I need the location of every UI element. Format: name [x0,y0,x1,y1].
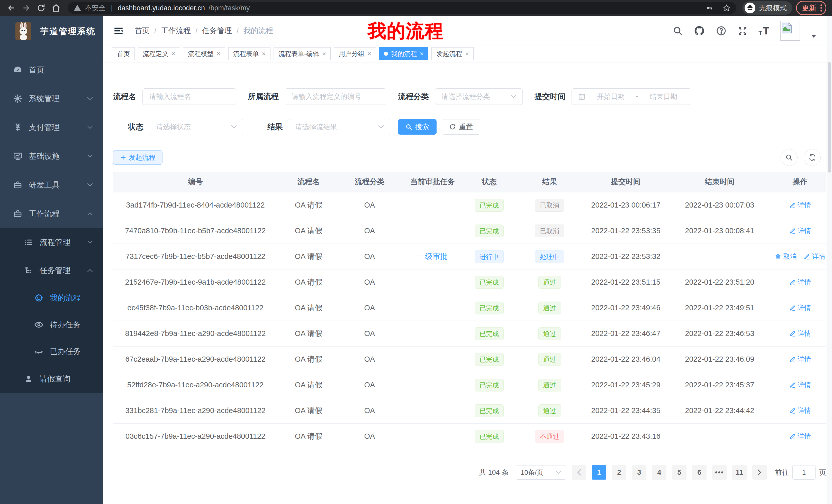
sidebar-item-6[interactable]: 流程管理 [0,228,103,256]
cell-result: 已取消 [513,199,586,212]
sidebar-item-8[interactable]: 我的流程 [0,285,103,311]
cell-end-time: 2022-01-22 23:46:09 [666,355,774,363]
result-select[interactable]: 请选择流结果 [289,119,390,135]
tab-2[interactable]: 流程模型× [183,47,225,60]
next-page-button[interactable] [752,465,767,480]
page-button-1[interactable]: 1 [592,465,606,480]
detail-link[interactable]: 详情 [789,278,811,287]
close-icon[interactable]: × [217,50,220,57]
sidebar-item-11[interactable]: 请假查询 [0,365,103,393]
tab-label: 首页 [117,50,130,58]
page-button-11[interactable]: 11 [732,465,747,480]
home-icon[interactable] [50,2,62,13]
cancel-link[interactable]: 取消 [775,252,797,261]
process-def-input[interactable] [285,88,386,105]
breadcrumb-item[interactable]: 首页 [135,26,150,36]
status-select[interactable]: 请选择状态 [150,119,243,135]
detail-link[interactable]: 详情 [789,355,811,364]
tab-7[interactable]: 发起流程× [432,47,474,60]
detail-link[interactable]: 详情 [789,201,811,209]
fullscreen-icon[interactable] [737,26,748,36]
detail-link[interactable]: 详情 [803,252,826,261]
goto-page-input[interactable] [792,465,815,480]
detail-link[interactable]: 详情 [789,329,811,338]
process-name-field[interactable] [149,92,230,101]
page-button-3[interactable]: 3 [632,465,646,480]
column-header: 提交时间 [586,177,666,187]
reset-button[interactable]: 重置 [442,119,480,135]
sidebar-item-10[interactable]: 已办任务 [0,338,103,365]
trash-icon [775,253,781,260]
chevron-down-icon [87,96,93,101]
url-bar[interactable]: 不安全 | dashboard.yudao.iocoder.cn /bpm/ta… [68,2,736,14]
close-icon[interactable]: × [465,50,469,57]
forward-icon[interactable] [21,2,32,13]
collapse-menu-icon[interactable] [113,25,125,36]
cell-result: 通过 [513,276,586,289]
close-icon[interactable]: × [367,50,371,57]
page-button-5[interactable]: 5 [672,465,686,480]
github-icon[interactable] [694,25,705,36]
cell-id: 52ffd28e-7b9a-11ec-a290-acde48001122 [113,381,278,389]
avatar[interactable] [780,21,800,41]
page-size-select[interactable]: 10条/页 [516,465,566,480]
date-start-placeholder[interactable]: 开始日期 [589,92,632,101]
task-link[interactable]: 一级审批 [418,251,448,262]
tab-4[interactable]: 流程表单-编辑× [274,47,331,60]
refresh-button[interactable] [804,149,821,166]
cell-status: 已完成 [465,327,513,340]
sidebar-item-9[interactable]: 待办任务 [0,311,103,338]
browser-update-button[interactable]: 更新 [796,1,826,15]
help-icon[interactable] [716,25,727,36]
create-process-button[interactable]: 发起流程 [113,150,162,165]
page-button-2[interactable]: 2 [612,465,626,480]
sidebar-item-7[interactable]: 任务管理 [0,256,103,285]
tab-5[interactable]: 用户分组× [334,47,376,60]
process-def-field[interactable] [291,92,380,101]
sidebar-item-0[interactable]: 首页 [0,55,103,84]
sidebar-item-5[interactable]: 工作流程 [0,199,103,228]
detail-link[interactable]: 详情 [789,406,811,415]
page-ellipsis[interactable]: ••• [712,465,727,480]
sidebar-item-3[interactable]: 基础设施 [0,142,103,171]
scrollbar-thumb[interactable] [828,62,831,173]
category-select[interactable]: 请选择流程分类 [435,88,523,105]
show-search-button[interactable] [781,149,798,166]
key-icon[interactable] [705,4,713,12]
primary-tag: 进行中 [475,250,504,263]
prev-page-button[interactable] [572,465,586,480]
close-icon[interactable]: × [322,50,326,57]
process-name-input[interactable] [142,88,236,105]
search-icon[interactable] [673,26,683,36]
close-icon[interactable]: × [420,50,423,57]
submit-time-range[interactable]: 开始日期 - 结束日期 [572,88,691,105]
tab-1[interactable]: 流程定义× [138,47,180,60]
sidebar-item-1[interactable]: 系统管理 [0,84,103,113]
page-button-4[interactable]: 4 [652,465,667,480]
back-icon[interactable] [6,2,17,13]
breadcrumb-item[interactable]: 工作流程 [161,26,191,36]
browser-menu-icon[interactable] [821,4,822,11]
page-scrollbar[interactable] [827,16,832,504]
tab-0[interactable]: 首页 [112,47,135,60]
breadcrumb-item[interactable]: 任务管理 [202,26,232,36]
success-tag: 已完成 [475,353,504,366]
font-size-icon[interactable]: TT [758,25,769,37]
reload-icon[interactable] [35,2,47,13]
tab-6[interactable]: 我的流程× [379,47,428,60]
date-end-placeholder[interactable]: 结束日期 [642,92,685,101]
bookmark-star-icon[interactable] [723,4,731,12]
sidebar-item-2[interactable]: 支付管理 [0,113,103,142]
detail-link[interactable]: 详情 [789,226,811,235]
detail-link[interactable]: 详情 [789,432,811,441]
close-icon[interactable]: × [172,50,175,57]
chevron-down-icon[interactable] [811,34,816,38]
url-domain: dashboard.yudao.iocoder.cn [118,4,205,12]
detail-link[interactable]: 详情 [789,381,811,389]
tab-3[interactable]: 流程表单× [228,47,270,60]
sidebar-item-4[interactable]: 研发工具 [0,171,103,199]
page-button-6[interactable]: 6 [692,465,706,480]
close-icon[interactable]: × [262,50,266,57]
detail-link[interactable]: 详情 [789,303,811,312]
search-button[interactable]: 搜索 [398,119,437,135]
